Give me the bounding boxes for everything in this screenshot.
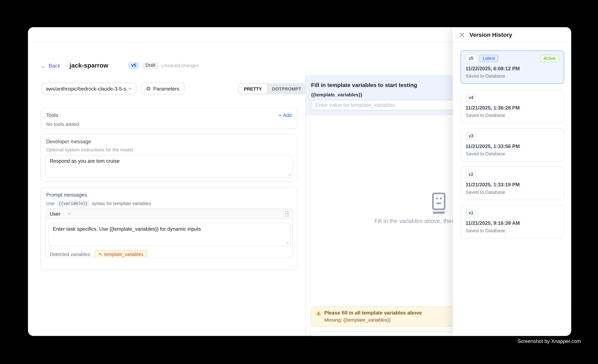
resize-grip-icon[interactable] [285, 241, 289, 245]
version-card-v5[interactable]: v5 Latest Active 11/22/2025, 6:08:12 PM … [461, 50, 564, 84]
developer-message-textarea[interactable]: Respond as you are tom cruise [50, 158, 289, 175]
version-timestamp: 11/22/2025, 6:08:12 PM [466, 65, 559, 71]
message-textarea[interactable]: Enter task specifics. Use {{template_var… [53, 226, 286, 243]
tab-pretty[interactable]: PRETTY [239, 84, 267, 93]
parameters-label: Parameters [153, 86, 179, 91]
detected-variable-name: template_variables [104, 252, 143, 257]
prompt-hint: Use {{variable}} syntax for template var… [46, 200, 292, 207]
version-history-title: Version History [469, 31, 512, 38]
back-label: Back [49, 63, 60, 68]
app-window: ← Back jack-sparrow v5 Draft Unsaved cha… [28, 27, 571, 336]
chevron-down-icon [128, 87, 132, 90]
chevron-down-icon [67, 212, 72, 215]
robot-icon [431, 193, 446, 214]
unsaved-changes-label: Unsaved changes [161, 63, 199, 68]
page-title: jack-sparrow [69, 62, 108, 69]
developer-message-title: Developer message [46, 139, 292, 144]
prompt-messages-card: Prompt messages Use {{variable}} syntax … [40, 187, 297, 270]
version-card-v4[interactable]: v4 11/21/2025, 1:36:28 PM Saved to Datab… [461, 90, 564, 123]
gear-icon: ⚙ [146, 86, 151, 91]
warning-icon [316, 310, 322, 315]
plus-icon: + [279, 112, 282, 118]
version-card-v3[interactable]: v3 11/21/2025, 1:33:56 PM Saved to Datab… [461, 128, 564, 162]
view-mode-toggle: PRETTY DOTPROMPT [238, 83, 307, 94]
role-select-value: User [50, 211, 60, 217]
version-badge: v2 [466, 171, 476, 178]
version-history-drawer: Version History v5 Latest Active 11/22/2… [453, 27, 571, 336]
version-saved-status: Saved to Database [466, 112, 559, 118]
xnapper-watermark: Screenshot by Xnapper.com [517, 338, 581, 344]
version-badge: v1 [466, 209, 476, 216]
version-card-badges: v5 Latest Active [466, 55, 559, 62]
version-badge: v5 [128, 62, 139, 69]
message-header: User [46, 209, 292, 219]
add-tool-button[interactable]: + Add [279, 112, 292, 118]
active-badge: Active [540, 55, 559, 62]
back-arrow-icon: ← [41, 63, 47, 68]
tools-header: Tools + Add [46, 112, 292, 118]
hint-suffix: syntax for template variables [91, 201, 151, 206]
model-select-value: aws/anthropic/bedrock-claude-3-5-s... [46, 86, 128, 91]
version-timestamp: 11/21/2025, 1:33:19 PM [466, 182, 559, 187]
version-card-badges: v1 [466, 209, 559, 216]
drag-handle-icon[interactable] [285, 211, 289, 216]
output-empty-text: Fill in the variables above, then typ [374, 217, 464, 224]
prompt-message-block: User Enter task specifics. Use {{templat… [45, 208, 293, 257]
tab-dotprompt[interactable]: DOTPROMPT [267, 84, 306, 93]
parameters-button[interactable]: ⚙ Parameters [141, 83, 184, 94]
version-history-header: Version History [453, 27, 571, 43]
role-select[interactable]: User [50, 211, 72, 217]
version-saved-status: Saved to Database [466, 73, 559, 79]
version-badge: v3 [466, 132, 476, 140]
breadcrumb-row: ← Back jack-sparrow [41, 61, 108, 70]
header-badges: v5 Draft Unsaved changes [128, 62, 199, 69]
developer-message-subtitle: Optional system instructions for the mod… [46, 147, 292, 153]
screenshot-stage: ← Back jack-sparrow v5 Draft Unsaved cha… [0, 0, 598, 364]
hint-prefix: Use [46, 201, 55, 206]
developer-message-card: Developer message Optional system instru… [40, 134, 297, 182]
tools-title: Tools [46, 112, 58, 118]
detected-variables-row: Detected variables: ✎ template_variables [50, 250, 147, 257]
prompt-messages-title: Prompt messages [46, 192, 292, 198]
add-tool-label: Add [283, 112, 292, 118]
version-saved-status: Saved to Database [466, 151, 559, 156]
version-badge: v5 [466, 55, 476, 62]
warning-title: Please fill in all template variables ab… [324, 310, 422, 316]
version-card-v1[interactable]: v1 11/21/2025, 9:16:39 AM Saved to Datab… [461, 205, 564, 239]
detected-variable-chip[interactable]: ✎ template_variables [95, 250, 147, 257]
variable-syntax-chip: {{variable}} [56, 200, 90, 207]
version-saved-status: Saved to Database [466, 228, 559, 233]
version-card-badges: v2 [466, 171, 559, 178]
version-card-badges: v3 [466, 132, 559, 140]
version-card-v2[interactable]: v2 11/21/2025, 1:33:19 PM Saved to Datab… [461, 167, 564, 200]
resize-grip-icon[interactable] [288, 173, 291, 176]
tools-card: Tools + Add No tools added [40, 108, 297, 129]
developer-message-textarea-wrap: Respond as you are tom cruise [45, 155, 293, 178]
tools-empty-text: No tools added [46, 122, 292, 127]
version-card-badges: v4 [466, 94, 559, 101]
back-button[interactable]: ← Back [41, 63, 60, 68]
draft-badge: Draft [142, 62, 158, 69]
pen-icon: ✎ [99, 252, 102, 256]
version-timestamp: 11/21/2025, 9:16:39 AM [466, 220, 559, 226]
detected-variables-label: Detected variables: [50, 252, 91, 257]
version-badge: v4 [466, 94, 476, 101]
message-textarea-wrap: Enter task specifics. Use {{template_var… [49, 223, 291, 246]
version-timestamp: 11/21/2025, 1:36:28 PM [466, 105, 559, 110]
model-select[interactable]: aws/anthropic/bedrock-claude-3-5-s... [42, 83, 136, 94]
close-icon[interactable] [459, 32, 465, 38]
version-timestamp: 11/21/2025, 1:33:56 PM [466, 143, 559, 149]
version-saved-status: Saved to Database [466, 189, 559, 195]
latest-badge: Latest [479, 55, 498, 62]
